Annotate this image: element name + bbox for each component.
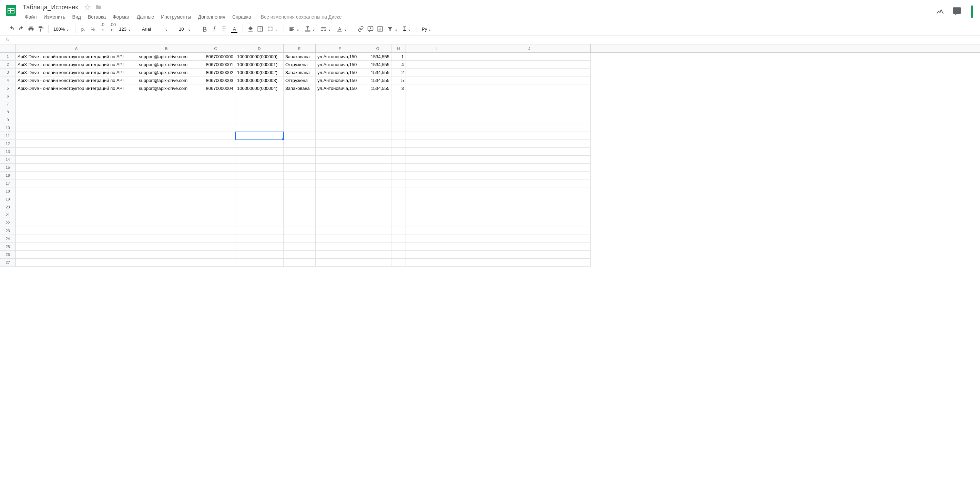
undo-button[interactable]: [7, 24, 16, 34]
cell-I18[interactable]: [406, 188, 468, 195]
insert-chart-button[interactable]: [375, 24, 385, 34]
cell-J27[interactable]: [468, 259, 590, 267]
cell-J16[interactable]: [468, 172, 590, 180]
cell-C12[interactable]: [196, 140, 235, 148]
row-header[interactable]: 24: [0, 235, 16, 243]
cell-H3[interactable]: 2: [391, 68, 406, 76]
row-header[interactable]: 14: [0, 156, 16, 164]
cell-D1[interactable]: 100000000(000000): [235, 53, 283, 60]
cell-E23[interactable]: [283, 227, 316, 235]
cell-B24[interactable]: [137, 235, 196, 243]
column-header-F[interactable]: F: [316, 45, 364, 52]
save-state[interactable]: Все изменения сохранены на Диске: [261, 14, 342, 20]
cell-I9[interactable]: [406, 116, 468, 124]
cell-G5[interactable]: 1534,555: [364, 84, 391, 92]
cell-B27[interactable]: [137, 259, 196, 267]
cell-C13[interactable]: [196, 148, 235, 156]
cell-A15[interactable]: [16, 164, 137, 172]
cell-F11[interactable]: [316, 132, 364, 140]
cell-E4[interactable]: Отгружена: [283, 76, 316, 84]
cell-D13[interactable]: [235, 148, 283, 156]
cell-C23[interactable]: [196, 227, 235, 235]
cell-E24[interactable]: [283, 235, 316, 243]
cell-G16[interactable]: [364, 172, 391, 180]
cell-H10[interactable]: [391, 124, 406, 132]
h-align-button[interactable]: [287, 24, 302, 34]
cell-C1[interactable]: 80670000000: [196, 53, 235, 60]
cell-A20[interactable]: [16, 203, 137, 211]
cell-I26[interactable]: [406, 251, 468, 259]
cell-J13[interactable]: [468, 148, 590, 156]
row-header[interactable]: 1: [0, 53, 16, 60]
cell-I2[interactable]: [406, 60, 468, 68]
column-header-B[interactable]: B: [137, 45, 196, 52]
cell-A23[interactable]: [16, 227, 137, 235]
cell-A24[interactable]: [16, 235, 137, 243]
cell-E16[interactable]: [283, 172, 316, 180]
cell-B25[interactable]: [137, 243, 196, 251]
cell-B8[interactable]: [137, 108, 196, 116]
cell-C17[interactable]: [196, 180, 235, 188]
cell-B10[interactable]: [137, 124, 196, 132]
cell-F10[interactable]: [316, 124, 364, 132]
cell-J20[interactable]: [468, 203, 590, 211]
cell-E17[interactable]: [283, 180, 316, 188]
cell-E9[interactable]: [283, 116, 316, 124]
cell-I17[interactable]: [406, 180, 468, 188]
cell-H25[interactable]: [391, 243, 406, 251]
cell-G10[interactable]: [364, 124, 391, 132]
cell-D4[interactable]: 100000000(000003): [235, 76, 283, 84]
cell-F8[interactable]: [316, 108, 364, 116]
cell-D18[interactable]: [235, 188, 283, 195]
row-header[interactable]: 18: [0, 188, 16, 195]
cell-C24[interactable]: [196, 235, 235, 243]
row-header[interactable]: 21: [0, 211, 16, 219]
cell-E13[interactable]: [283, 148, 316, 156]
cell-H20[interactable]: [391, 203, 406, 211]
cell-F27[interactable]: [316, 259, 364, 267]
cell-E5[interactable]: Запакована: [283, 84, 316, 92]
cell-G27[interactable]: [364, 259, 391, 267]
cell-C8[interactable]: [196, 108, 235, 116]
cell-G19[interactable]: [364, 195, 391, 203]
cell-E22[interactable]: [283, 219, 316, 227]
percent-button[interactable]: %: [88, 24, 97, 34]
font-size-combo[interactable]: 10: [177, 24, 194, 34]
menu-insert[interactable]: Вставка: [84, 13, 109, 20]
column-header-I[interactable]: I: [406, 45, 468, 52]
cell-H15[interactable]: [391, 164, 406, 172]
cell-C22[interactable]: [196, 219, 235, 227]
cell-G21[interactable]: [364, 211, 391, 219]
cell-I4[interactable]: [406, 76, 468, 84]
cell-D25[interactable]: [235, 243, 283, 251]
cell-B5[interactable]: support@apix-drive.com: [137, 84, 196, 92]
cell-D14[interactable]: [235, 156, 283, 164]
cell-J24[interactable]: [468, 235, 590, 243]
cell-E6[interactable]: [283, 92, 316, 100]
cell-E10[interactable]: [283, 124, 316, 132]
menu-view[interactable]: Вид: [69, 13, 84, 20]
cell-I6[interactable]: [406, 92, 468, 100]
cell-D23[interactable]: [235, 227, 283, 235]
cell-G14[interactable]: [364, 156, 391, 164]
cell-B13[interactable]: [137, 148, 196, 156]
cell-E3[interactable]: Запакована: [283, 68, 316, 76]
cell-B14[interactable]: [137, 156, 196, 164]
cell-I5[interactable]: [406, 84, 468, 92]
cell-F19[interactable]: [316, 195, 364, 203]
cell-D7[interactable]: [235, 100, 283, 108]
cell-D21[interactable]: [235, 211, 283, 219]
cell-C16[interactable]: [196, 172, 235, 180]
cell-E20[interactable]: [283, 203, 316, 211]
cell-A27[interactable]: [16, 259, 137, 267]
fx-icon[interactable]: fx: [0, 35, 15, 44]
cell-C26[interactable]: [196, 251, 235, 259]
cell-H21[interactable]: [391, 211, 406, 219]
insert-comment-button[interactable]: [366, 24, 375, 34]
fill-color-button[interactable]: [246, 24, 255, 34]
cell-E18[interactable]: [283, 188, 316, 195]
column-header-H[interactable]: H: [391, 45, 406, 52]
borders-button[interactable]: [255, 24, 265, 34]
menu-help[interactable]: Справка: [229, 13, 255, 20]
row-header[interactable]: 15: [0, 164, 16, 172]
